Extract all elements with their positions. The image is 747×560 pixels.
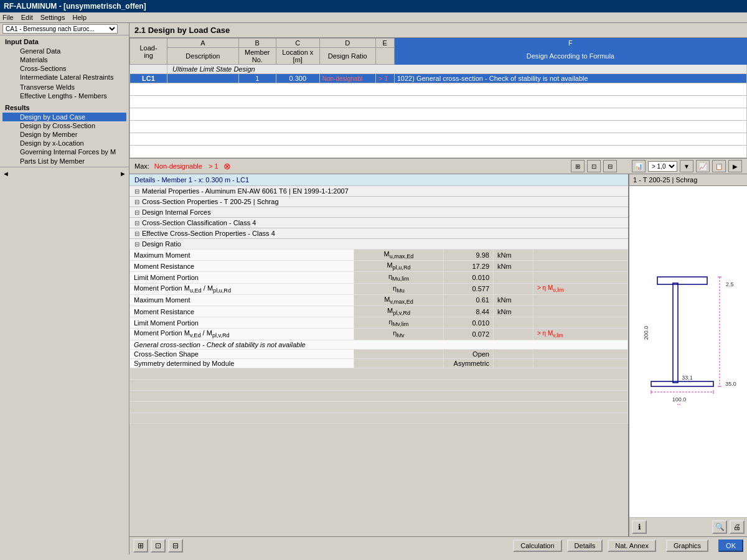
col-f-formula: Design According to Formula	[394, 48, 746, 65]
cs-classification-title: Cross-Section Classification - Class 4	[142, 219, 256, 226]
toolbar-btn-chart[interactable]: 📈	[696, 160, 710, 172]
sidebar-item-design-by-member[interactable]: Design by Member	[2, 130, 126, 139]
value-cs-shape: Open	[444, 349, 494, 358]
footer-icon-2[interactable]: ⊡	[151, 539, 166, 553]
loading-cell: LC1	[130, 74, 167, 83]
sidebar-item-design-by-x-location[interactable]: Design by x-Location	[2, 139, 126, 147]
max-value: Non-designable	[154, 162, 202, 170]
expand-icon-cs: ⊟	[134, 198, 139, 205]
gt1-cell: > 1	[375, 74, 394, 83]
formula-symmetry	[354, 358, 444, 368]
footer-icon-3[interactable]: ⊟	[168, 539, 183, 553]
location-cell: 0.300	[276, 74, 319, 83]
details-header: Details - Member 1 - x: 0.300 m - LC1	[129, 174, 628, 186]
empty-row	[130, 121, 747, 133]
cs-classification-header[interactable]: ⊟ Cross-Section Classification - Class 4	[129, 218, 628, 228]
sidebar-item-transverse-welds[interactable]: Transverse Welds	[2, 83, 126, 91]
menu-edit[interactable]: Edit	[21, 14, 33, 21]
cross-section-props-header[interactable]: ⊟ Cross-Section Properties - T 200-25 | …	[129, 197, 628, 207]
cross-section-panel: 1 - T 200-25 | Schrag	[629, 174, 747, 536]
note-moment-resist-v	[533, 306, 628, 317]
toolbar-btn-filter[interactable]: ▼	[680, 160, 693, 172]
col-loading-header: Load-ing	[130, 39, 167, 65]
toolbar-btn-3[interactable]: ⊟	[603, 160, 617, 172]
unit-cs-shape	[494, 349, 533, 358]
sidebar-item-design-by-load-case[interactable]: Design by Load Case	[2, 113, 126, 121]
content-title: 2.1 Design by Load Case	[134, 26, 230, 35]
sidebar-item-materials[interactable]: Materials	[2, 55, 126, 64]
print-btn[interactable]: 🖨	[730, 520, 745, 534]
info-btn[interactable]: ℹ	[632, 520, 647, 534]
sidebar-item-cross-sections[interactable]: Cross-Sections	[2, 64, 126, 73]
sidebar-item-effective-lengths[interactable]: Effective Lengths - Members	[2, 91, 126, 100]
label-moment-portion-v: Moment Portion Mv,Ed / Mpl,v,Rd	[130, 329, 354, 340]
sidebar-item-intermediate-lateral[interactable]: Intermediate Lateral Restraints	[2, 73, 126, 83]
toolbar-btn-5[interactable]: ▶	[728, 160, 742, 172]
value-moment-resist-v: 8.44	[444, 306, 494, 317]
menu-help[interactable]: Help	[72, 14, 87, 21]
formula-limit-moment-v: ηMv,lim	[354, 317, 444, 329]
footer-left-icons: ⊞ ⊡ ⊟	[133, 539, 183, 553]
col-d-letter: D	[319, 39, 375, 48]
unit-moment-resist-u: kNm	[494, 261, 533, 272]
design-forces-header[interactable]: ⊟ Design Internal Forces	[129, 207, 628, 217]
case-dropdown[interactable]: CA1 - Bemessung nach Euroc...	[2, 24, 118, 34]
design-ratio-header[interactable]: ⊟ Design Ratio	[129, 239, 628, 249]
error-icon: ⊗	[223, 161, 231, 171]
detail-row-moment-resist-u: Moment Resistance Mpl,u,Rd 17.29 kNm	[130, 261, 628, 272]
col-c-location: Location x [m]	[276, 48, 319, 65]
member-no-cell: 1	[238, 74, 276, 83]
table-row[interactable]: LC1 1 0.300 Non-designabl > 1 1022) Gene…	[130, 74, 747, 83]
scroll-left-icon[interactable]: ◄	[2, 170, 9, 177]
content-area: 2.1 Design by Load Case Load-ing A B C D…	[129, 23, 747, 554]
footer-icon-1[interactable]: ⊞	[133, 539, 148, 553]
col-f-letter: F	[394, 39, 746, 48]
details-btn[interactable]: Details	[567, 539, 603, 552]
dim-height-label: 200.0	[643, 326, 649, 340]
effective-cs-header[interactable]: ⊟ Effective Cross-Section Properties - C…	[129, 228, 628, 238]
cross-section-props-section: ⊟ Cross-Section Properties - T 200-25 | …	[129, 197, 628, 207]
detail-row-moment-portion-v: Moment Portion Mv,Ed / Mpl,v,Rd ηMv 0.07…	[130, 329, 628, 340]
filter-select[interactable]: > 1,0	[648, 161, 677, 172]
toolbar-btn-export[interactable]: 📋	[712, 160, 726, 172]
sidebar-item-design-by-cross-section[interactable]: Design by Cross-Section	[2, 121, 126, 130]
label-moment-resist-u: Moment Resistance	[130, 261, 354, 272]
note-limit-moment-u	[533, 272, 628, 283]
note-max-moment-u	[533, 250, 628, 261]
empty-row	[130, 146, 747, 158]
results-section: Results Design by Load Case Design by Cr…	[0, 101, 129, 167]
formula-max-moment-u: Mu,max,Ed	[354, 250, 444, 261]
toolbar-btn-1[interactable]: ⊞	[571, 160, 585, 172]
design-forces-section: ⊟ Design Internal Forces	[129, 207, 628, 218]
scroll-right-icon[interactable]: ►	[120, 170, 126, 177]
graphics-btn[interactable]: Graphics	[666, 539, 708, 552]
svg-rect-0	[673, 283, 678, 383]
empty-detail-row	[130, 413, 628, 424]
note-max-moment-v	[533, 294, 628, 306]
menu-file[interactable]: File	[2, 14, 14, 21]
detail-row-max-moment-u: Maximum Moment Mu,max,Ed 9.98 kNm	[130, 250, 628, 261]
sidebar-item-general-data[interactable]: General Data	[2, 47, 126, 55]
value-symmetry: Asymmetric	[444, 358, 494, 368]
calculation-btn[interactable]: Calculation	[513, 539, 561, 552]
menu-settings[interactable]: Settings	[40, 14, 65, 21]
sidebar-item-parts-list[interactable]: Parts List by Member	[2, 157, 126, 166]
formula-max-moment-v: Mv,max,Ed	[354, 294, 444, 306]
zoom-btn[interactable]: 🔍	[712, 520, 727, 534]
empty-row	[130, 96, 747, 108]
nat-annex-btn[interactable]: Nat. Annex	[608, 539, 656, 552]
footer-buttons: Calculation Details Nat. Annex Graphics …	[513, 539, 743, 552]
material-section-header[interactable]: ⊟ Material Properties - Aluminum EN-AW 6…	[129, 186, 628, 196]
unit-symmetry	[494, 358, 533, 368]
empty-detail-row	[130, 390, 628, 401]
gt1-status: > 1	[209, 162, 218, 170]
toolbar-btn-2[interactable]: ⊡	[587, 160, 601, 172]
details-panel: Details - Member 1 - x: 0.300 m - LC1 ⊟ …	[129, 174, 629, 536]
formula-moment-resist-v: Mpl,v,Rd	[354, 306, 444, 317]
label-moment-portion-u: Moment Portion Mu,Ed / Mpl,u,Rd	[130, 283, 354, 294]
ok-btn[interactable]: OK	[718, 539, 743, 552]
toolbar-btn-4[interactable]: 📊	[632, 160, 646, 172]
empty-row	[130, 83, 747, 96]
sidebar-item-governing-internal[interactable]: Governing Internal Forces by M	[2, 147, 126, 157]
note-moment-portion-u: > η Mu,lim	[533, 283, 628, 294]
